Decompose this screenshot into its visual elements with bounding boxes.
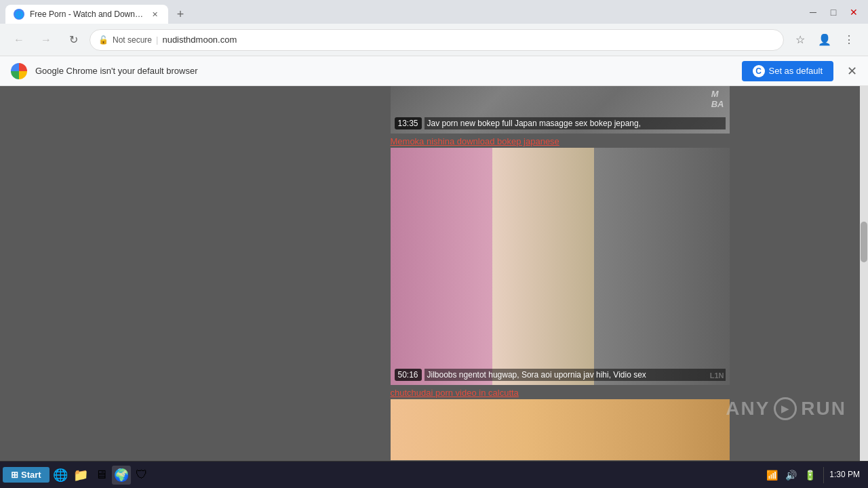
video-card-1: 13:35 Jav porn new bokep full Japan masa… xyxy=(391,86,730,148)
notification-text: Google Chrome isn't your default browser xyxy=(35,66,734,76)
notification-close-button[interactable]: ✕ xyxy=(847,64,857,79)
left-sidebar xyxy=(0,86,260,461)
duration-badge-1: 13:35 xyxy=(395,117,422,129)
anyrun-play-icon: ▶ xyxy=(774,397,797,420)
menu-button[interactable]: ⋮ xyxy=(838,29,860,51)
window-controls: ─ □ ✕ xyxy=(804,3,863,21)
thumbnail-2: L1N xyxy=(391,148,730,385)
chrome-logo-icon xyxy=(11,63,27,79)
start-button[interactable]: ⊞ Start xyxy=(3,467,50,483)
video-link-2[interactable]: chutchudai porn video in calcutta xyxy=(391,385,730,399)
system-tray: 📶 🔊 🔋 1:30 PM xyxy=(758,467,865,483)
active-tab[interactable]: 🌐 Free Porn - Watch and Download ✕ xyxy=(5,5,168,24)
tab-favicon: 🌐 xyxy=(14,9,24,20)
video-list: 13:35 Jav porn new bokep full Japan masa… xyxy=(391,86,730,460)
anyrun-prefix: ANY xyxy=(726,398,770,420)
tray-clock[interactable]: 1:30 PM xyxy=(829,470,860,481)
duration-badge-2: 50:16 xyxy=(395,369,422,381)
page-content: 13:35 Jav porn new bokep full Japan masa… xyxy=(260,86,860,461)
tab-area: 🌐 Free Porn - Watch and Download ✕ + xyxy=(5,0,799,24)
back-button[interactable]: ← xyxy=(8,29,30,51)
watermark-1: MBA xyxy=(711,89,724,109)
tray-time-display: 1:30 PM xyxy=(829,470,860,481)
minimize-button[interactable]: ─ xyxy=(804,3,822,21)
address-input[interactable]: 🔓 Not secure | nudisthdmoon.com xyxy=(90,29,784,51)
url-display: nudisthdmoon.com xyxy=(162,35,237,45)
bookmark-button[interactable]: ☆ xyxy=(789,29,811,51)
security-icon: 🔓 xyxy=(98,35,108,45)
video-title-overlay-2: Jilboobs ngentot hugwap, Sora aoi uporni… xyxy=(425,369,726,381)
scrollbar-thumb[interactable] xyxy=(861,222,867,262)
tray-separator xyxy=(823,467,824,483)
video-link-1[interactable]: Memoka nishina download bokep japanese xyxy=(391,134,730,148)
browser-window: 🌐 Free Porn - Watch and Download ✕ + ─ □… xyxy=(0,0,868,488)
video-title-overlay-1: Jav porn new bokep full Japan masagge se… xyxy=(425,117,726,129)
notification-bar: Google Chrome isn't your default browser… xyxy=(0,56,868,86)
taskbar: ⊞ Start 🌐 📁 🖥 🌍 🛡 📶 🔊 🔋 1:30 PM xyxy=(0,461,868,488)
anyrun-suffix: RUN xyxy=(801,398,846,420)
content-area: 13:35 Jav porn new bokep full Japan masa… xyxy=(0,86,868,461)
close-button[interactable]: ✕ xyxy=(845,3,863,21)
set-default-button[interactable]: C Set as default xyxy=(742,61,834,81)
refresh-button[interactable]: ↻ xyxy=(62,29,84,51)
thumbnail-3[interactable] xyxy=(391,399,730,460)
video-card-2: L1N 50:16 Jilboobs ngentot hugwap, Sora … xyxy=(391,148,730,399)
address-actions: ☆ 👤 ⋮ xyxy=(789,29,860,51)
taskbar-shield-icon[interactable]: 🛡 xyxy=(132,466,151,485)
taskbar-computer-icon[interactable]: 🖥 xyxy=(92,466,111,485)
tab-close-button[interactable]: ✕ xyxy=(149,9,160,20)
taskbar-folder-icon[interactable]: 📁 xyxy=(71,466,90,485)
new-tab-button[interactable]: + xyxy=(171,5,190,24)
taskbar-ie-icon[interactable]: 🌐 xyxy=(51,466,70,485)
video-card-3 xyxy=(391,399,730,460)
start-label: Start xyxy=(21,470,41,480)
video-thumb-1[interactable]: 13:35 Jav porn new bokep full Japan masa… xyxy=(391,86,730,134)
tray-battery-icon[interactable]: 🔋 xyxy=(802,467,818,483)
scrollbar-track[interactable] xyxy=(860,86,868,461)
tray-volume-icon[interactable]: 🔊 xyxy=(783,467,799,483)
video-thumb-2[interactable]: L1N 50:16 Jilboobs ngentot hugwap, Sora … xyxy=(391,148,730,385)
tab-title: Free Porn - Watch and Download xyxy=(30,9,144,19)
maximize-button[interactable]: □ xyxy=(825,3,842,21)
start-icon: ⊞ xyxy=(11,470,18,480)
address-bar: ← → ↻ 🔓 Not secure | nudisthdmoon.com ☆ … xyxy=(0,24,868,56)
taskbar-chrome-icon[interactable]: 🌍 xyxy=(112,466,131,485)
security-label: Not secure xyxy=(113,35,152,45)
profile-button[interactable]: 👤 xyxy=(814,29,835,51)
anyrun-watermark: ANY ▶ RUN xyxy=(726,397,846,420)
forward-button[interactable]: → xyxy=(35,29,57,51)
tray-network-icon[interactable]: 📶 xyxy=(764,467,780,483)
address-separator: | xyxy=(156,35,158,45)
title-bar: 🌐 Free Porn - Watch and Download ✕ + ─ □… xyxy=(0,0,868,24)
